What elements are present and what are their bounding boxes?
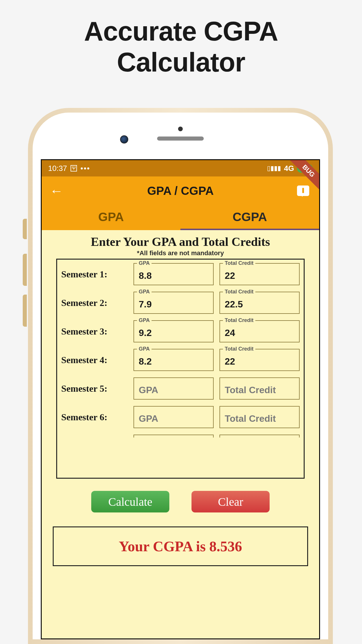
credit-input[interactable]	[219, 377, 300, 400]
clear-button[interactable]: Clear	[191, 491, 270, 512]
gpa-field-wrap: GPA	[133, 292, 214, 314]
semester-row	[57, 431, 304, 440]
result-text: Your CGPA is 8.536	[119, 538, 242, 555]
credit-field-wrap: Total Credit	[219, 292, 300, 314]
earpiece	[157, 136, 204, 141]
gpa-input[interactable]	[133, 406, 214, 428]
semester-label: Semester 4:	[61, 355, 128, 365]
tab-cgpa[interactable]: CGPA	[180, 205, 319, 230]
semester-row: Semester 2:GPATotal Credit	[57, 288, 304, 317]
semester-label: Semester 5:	[61, 383, 128, 394]
gpa-input[interactable]	[133, 377, 214, 400]
credit-field-label: Total Credit	[223, 289, 255, 295]
marketing-title: Accurate CGPA Calculator	[0, 16, 362, 78]
gpa-field-wrap	[133, 435, 214, 438]
semester-label: Semester 1:	[61, 269, 128, 280]
phone-frame: BUG 10:37 Ψ ••• ▯▮▮▮ 4G 100 ← GPA / CGPA	[28, 108, 333, 644]
credit-field-label: Total Credit	[223, 346, 255, 352]
usb-icon: Ψ	[71, 165, 77, 172]
content-area: Enter Your GPA and Total Credits *All fi…	[42, 230, 319, 566]
gpa-field-wrap	[133, 406, 214, 428]
gpa-input[interactable]	[133, 292, 214, 314]
phone-volume-up	[23, 254, 27, 286]
gpa-field-label: GPA	[137, 260, 152, 266]
credit-input[interactable]	[219, 320, 300, 342]
feedback-icon[interactable]	[297, 186, 309, 196]
credit-field-wrap	[219, 377, 300, 400]
button-row: Calculate Clear	[42, 491, 319, 512]
gpa-field-label: GPA	[137, 289, 152, 295]
calculate-button[interactable]: Calculate	[91, 491, 169, 512]
semester-row: Semester 5:	[57, 374, 304, 402]
network-type: 4G	[284, 164, 294, 173]
tab-gpa[interactable]: GPA	[42, 205, 180, 230]
app-bar: ← GPA / CGPA	[42, 176, 319, 205]
status-bar: 10:37 Ψ ••• ▯▮▮▮ 4G 100	[42, 160, 319, 176]
gpa-input[interactable]	[133, 320, 214, 342]
semester-form: Semester 1:GPATotal CreditSemester 2:GPA…	[56, 259, 305, 479]
credit-field-label: Total Credit	[223, 260, 255, 266]
signal-icon: ▯▮▮▮	[267, 164, 281, 172]
back-button[interactable]: ←	[50, 183, 63, 199]
sensor-dot	[178, 127, 183, 131]
semester-row: Semester 6:	[57, 402, 304, 431]
credit-field-wrap: Total Credit	[219, 320, 300, 342]
status-time: 10:37	[48, 164, 67, 173]
credit-field-wrap	[219, 435, 300, 438]
gpa-field-wrap	[133, 377, 214, 400]
front-camera	[120, 135, 128, 144]
gpa-field-label: GPA	[137, 346, 152, 352]
status-more-icon: •••	[80, 164, 90, 173]
credit-input[interactable]	[219, 406, 300, 428]
credit-input[interactable]	[219, 349, 300, 371]
tab-bar: GPA CGPA	[42, 205, 319, 230]
result-box: Your CGPA is 8.536	[53, 526, 308, 566]
gpa-field-wrap: GPA	[133, 349, 214, 371]
gpa-field-label: GPA	[137, 317, 152, 323]
phone-top-bezel	[33, 113, 328, 159]
credit-field-wrap: Total Credit	[219, 349, 300, 371]
semester-row: Semester 1:GPATotal Credit	[57, 260, 304, 288]
form-heading: Enter Your GPA and Total Credits	[42, 235, 319, 249]
semester-row: Semester 4:GPATotal Credit	[57, 345, 304, 374]
semester-label: Semester 2:	[61, 298, 128, 308]
credit-field-wrap	[219, 406, 300, 428]
phone-volume-down	[23, 295, 27, 327]
semester-label: Semester 3:	[61, 326, 128, 337]
gpa-input[interactable]	[133, 263, 214, 285]
credit-input[interactable]	[219, 263, 300, 285]
phone-side-button	[23, 219, 27, 239]
credit-input[interactable]	[219, 292, 300, 314]
semester-label: Semester 6:	[61, 412, 128, 423]
phone-body: BUG 10:37 Ψ ••• ▯▮▮▮ 4G 100 ← GPA / CGPA	[33, 113, 328, 639]
screen: BUG 10:37 Ψ ••• ▯▮▮▮ 4G 100 ← GPA / CGPA	[41, 159, 320, 639]
form-note: *All fields are not mandatory	[42, 249, 319, 257]
credit-field-label: Total Credit	[223, 317, 255, 323]
credit-field-wrap: Total Credit	[219, 263, 300, 285]
gpa-input[interactable]	[133, 349, 214, 371]
app-title: GPA / CGPA	[147, 184, 214, 197]
gpa-field-wrap: GPA	[133, 263, 214, 285]
semester-row: Semester 3:GPATotal Credit	[57, 317, 304, 345]
gpa-field-wrap: GPA	[133, 320, 214, 342]
